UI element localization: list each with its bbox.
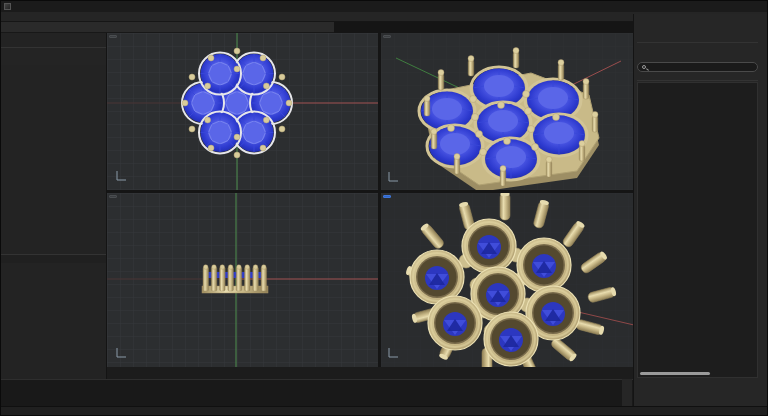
rhino-window [0,0,768,416]
workflow-tabs [637,378,758,404]
layers-toolbar [637,51,758,61]
viewport-perspective-top[interactable] [381,33,634,190]
viewport-perspective-main-label[interactable] [383,195,391,198]
viewport-top[interactable] [107,33,378,190]
layers-column-header [637,73,758,81]
app-icon [4,3,11,10]
command-history[interactable] [1,379,633,406]
title-bar [1,1,768,12]
front-view-canvas [107,193,378,367]
viewport-front-label[interactable] [109,195,117,198]
right-toolbar-row2 [637,27,758,38]
right-panel [633,14,768,406]
layers-empty-area [637,82,758,378]
osnap-panel [1,254,106,263]
top-view-canvas [107,33,378,190]
left-sidebar [1,22,107,379]
layers-search-input[interactable] [648,64,753,70]
viewport-top-label[interactable] [109,35,117,38]
mini-toolbar [1,22,334,33]
status-bar [1,406,768,416]
left-toolbar-row2 [1,34,106,35]
layers-horizontal-scrollbar[interactable] [640,372,710,375]
viewport-perspective-main[interactable] [381,193,634,367]
perspective-main-canvas [381,193,634,367]
viewport-area [107,22,634,379]
viewport-perspective-top-label[interactable] [383,35,391,38]
search-icon [642,65,646,69]
right-toolbar-row1 [637,16,758,27]
perspective-top-canvas [381,33,634,190]
layers-search [637,62,758,72]
viewport-front[interactable] [107,193,378,367]
command-scrollbar[interactable] [622,379,632,406]
toolbox-panel [1,47,106,65]
viewport-tabs [107,367,634,379]
layers-panel-header [637,42,758,51]
